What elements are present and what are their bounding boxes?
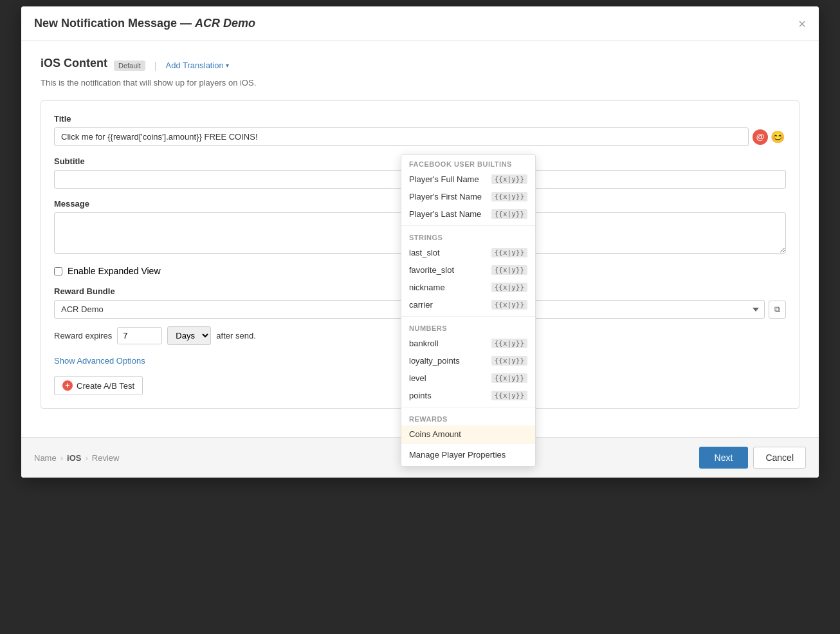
dropdown-item-nickname-tag: {{x|y}} xyxy=(491,283,527,292)
dropdown-item-full-name[interactable]: Player's Full Name {{x|y}} xyxy=(401,171,535,188)
enable-expanded-checkbox[interactable] xyxy=(54,267,62,275)
breadcrumb-review: Review xyxy=(92,453,120,463)
dropdown-item-bankroll-label: bankroll xyxy=(409,339,439,348)
create-ab-test-label: Create A/B Test xyxy=(77,381,134,391)
dropdown-divider-1 xyxy=(401,225,535,226)
breadcrumb-ios: iOS xyxy=(67,453,81,463)
dropdown-item-carrier-label: carrier xyxy=(409,300,433,310)
dropdown-item-level-tag: {{x|y}} xyxy=(491,373,527,383)
cancel-button[interactable]: Cancel xyxy=(753,447,806,469)
dropdown-item-first-name[interactable]: Player's First Name {{x|y}} xyxy=(401,188,535,205)
title-field-group: Title @ 😊 xyxy=(54,114,786,146)
title-input[interactable] xyxy=(54,127,749,146)
dropdown-item-last-name-label: Player's Last Name xyxy=(409,209,481,219)
dropdown-item-first-name-tag: {{x|y}} xyxy=(491,192,527,201)
dropdown-section-strings-header: STRINGS xyxy=(401,228,535,244)
dropdown-item-full-name-tag: {{x|y}} xyxy=(491,174,527,184)
dropdown-divider-3 xyxy=(401,407,535,407)
separator: | xyxy=(154,61,157,71)
dropdown-item-last-name[interactable]: Player's Last Name {{x|y}} xyxy=(401,205,535,223)
dropdown-item-points-tag: {{x|y}} xyxy=(491,391,527,400)
modal-title-text: New Notification Message — xyxy=(34,17,195,30)
dropdown-item-last-slot[interactable]: last_slot {{x|y}} xyxy=(401,244,535,261)
dropdown-item-last-name-tag: {{x|y}} xyxy=(491,209,527,219)
emoji-button[interactable]: 😊 xyxy=(769,129,786,145)
add-translation-link[interactable]: Add Translation xyxy=(166,61,229,70)
modal-container: New Notification Message — ACR Demo × iO… xyxy=(21,6,819,478)
dropdown-item-nickname[interactable]: nickname {{x|y}} xyxy=(401,279,535,296)
dropdown-item-points-label: points xyxy=(409,391,432,400)
modal-header: New Notification Message — ACR Demo × xyxy=(21,6,819,41)
at-sign-button[interactable]: @ xyxy=(753,129,768,145)
dropdown-item-last-slot-label: last_slot xyxy=(409,248,440,257)
breadcrumb-name: Name xyxy=(34,453,57,463)
manage-player-properties-item[interactable]: Manage Player Properties xyxy=(401,443,535,466)
create-ab-test-button[interactable]: Create A/B Test xyxy=(54,376,143,395)
default-badge: Default xyxy=(114,61,145,71)
reward-expires-label: Reward expires xyxy=(54,331,112,340)
dropdown-item-coins-amount[interactable]: Coins Amount xyxy=(401,425,535,443)
breadcrumb-arrow-2: › xyxy=(85,453,87,463)
reward-expires-after-label: after send. xyxy=(216,331,255,340)
footer-buttons: Next Cancel xyxy=(699,447,806,469)
dropdown-item-bankroll-tag: {{x|y}} xyxy=(491,339,527,348)
dropdown-section-numbers-header: NUMBERS xyxy=(401,319,535,335)
dropdown-item-loyalty-points[interactable]: loyalty_points {{x|y}} xyxy=(401,352,535,369)
close-button[interactable]: × xyxy=(798,17,806,30)
breadcrumb: Name › iOS › Review xyxy=(34,453,119,463)
dropdown-item-level-label: level xyxy=(409,373,426,383)
modal-app-name: ACR Demo xyxy=(195,17,255,30)
dropdown-item-favorite-slot[interactable]: favorite_slot {{x|y}} xyxy=(401,261,535,279)
dropdown-section-fb-header: FACEBOOK USER BUILTINS xyxy=(401,155,535,171)
title-label: Title xyxy=(54,114,786,124)
show-advanced-button[interactable]: Show Advanced Options xyxy=(54,356,145,366)
dropdown-item-level[interactable]: level {{x|y}} xyxy=(401,369,535,387)
reward-expires-unit-select[interactable]: Days xyxy=(167,326,211,345)
copy-reward-bundle-button[interactable]: ⧉ xyxy=(769,301,786,319)
dropdown-item-last-slot-tag: {{x|y}} xyxy=(491,248,527,257)
breadcrumb-arrow-1: › xyxy=(60,453,63,463)
dropdown-item-first-name-label: Player's First Name xyxy=(409,192,482,201)
dropdown-item-points[interactable]: points {{x|y}} xyxy=(401,387,535,404)
dropdown-item-full-name-label: Player's Full Name xyxy=(409,174,479,184)
dropdown-item-loyalty-points-label: loyalty_points xyxy=(409,356,460,366)
dropdown-item-carrier[interactable]: carrier {{x|y}} xyxy=(401,296,535,313)
variable-dropdown: FACEBOOK USER BUILTINS Player's Full Nam… xyxy=(401,154,536,467)
reward-expires-days-input[interactable] xyxy=(117,327,162,344)
dropdown-item-loyalty-points-tag: {{x|y}} xyxy=(491,356,527,366)
section-description: This is the notification that will show … xyxy=(41,78,799,88)
dropdown-item-favorite-slot-label: favorite_slot xyxy=(409,265,454,275)
dropdown-divider-2 xyxy=(401,316,535,317)
dropdown-item-coins-amount-label: Coins Amount xyxy=(409,429,461,439)
title-input-icons: @ 😊 xyxy=(753,129,786,145)
dropdown-item-bankroll[interactable]: bankroll {{x|y}} xyxy=(401,335,535,352)
section-title: iOS Content xyxy=(41,57,107,70)
dropdown-item-nickname-label: nickname xyxy=(409,283,445,292)
enable-expanded-label: Enable Expanded View xyxy=(68,266,161,276)
next-button[interactable]: Next xyxy=(699,447,749,469)
dropdown-section-rewards-header: REWARDS xyxy=(401,410,535,425)
modal-title: New Notification Message — ACR Demo xyxy=(34,17,255,30)
title-input-row: @ 😊 xyxy=(54,127,786,146)
dropdown-item-carrier-tag: {{x|y}} xyxy=(491,300,527,310)
dropdown-item-favorite-slot-tag: {{x|y}} xyxy=(491,265,527,275)
